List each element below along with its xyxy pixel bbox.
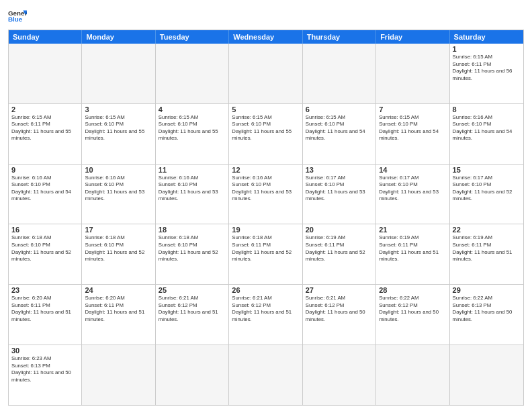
calendar-cell-4-1: 24Sunrise: 6:20 AM Sunset: 6:11 PM Dayli…	[82, 285, 155, 345]
calendar-cell-2-0: 9Sunrise: 6:16 AM Sunset: 6:10 PM Daylig…	[9, 165, 82, 224]
calendar-cell-5-1	[82, 345, 155, 405]
calendar-cell-3-0: 16Sunrise: 6:18 AM Sunset: 6:10 PM Dayli…	[9, 224, 82, 284]
calendar-cell-1-2: 4Sunrise: 6:15 AM Sunset: 6:10 PM Daylig…	[156, 104, 229, 164]
cell-info: Sunrise: 6:19 AM Sunset: 6:11 PM Dayligh…	[379, 234, 446, 263]
cell-info: Sunrise: 6:15 AM Sunset: 6:10 PM Dayligh…	[159, 114, 226, 142]
day-number: 5	[232, 105, 299, 113]
day-number: 21	[379, 226, 446, 234]
weekday-header-wednesday: Wednesday	[229, 30, 302, 44]
calendar-row-4: 23Sunrise: 6:20 AM Sunset: 6:11 PM Dayli…	[9, 284, 523, 345]
cell-info: Sunrise: 6:18 AM Sunset: 6:10 PM Dayligh…	[11, 234, 79, 263]
day-number: 16	[11, 226, 79, 234]
cell-info: Sunrise: 6:21 AM Sunset: 6:12 PM Dayligh…	[232, 295, 299, 323]
calendar-cell-5-0: 30Sunrise: 6:23 AM Sunset: 6:13 PM Dayli…	[9, 345, 82, 405]
cell-info: Sunrise: 6:16 AM Sunset: 6:10 PM Dayligh…	[453, 114, 521, 142]
cell-info: Sunrise: 6:17 AM Sunset: 6:10 PM Dayligh…	[306, 175, 373, 203]
day-number: 14	[379, 166, 446, 174]
header: General Blue	[8, 7, 524, 26]
calendar-cell-1-5: 7Sunrise: 6:15 AM Sunset: 6:10 PM Daylig…	[376, 104, 449, 164]
calendar-cell-0-0	[9, 44, 82, 103]
calendar-cell-3-5: 21Sunrise: 6:19 AM Sunset: 6:11 PM Dayli…	[376, 224, 449, 284]
calendar-cell-0-6: 1Sunrise: 6:15 AM Sunset: 6:11 PM Daylig…	[450, 44, 523, 103]
cell-info: Sunrise: 6:16 AM Sunset: 6:10 PM Dayligh…	[232, 175, 299, 203]
calendar-cell-0-4	[303, 44, 376, 103]
calendar-cell-0-2	[156, 44, 229, 103]
calendar-cell-4-3: 26Sunrise: 6:21 AM Sunset: 6:12 PM Dayli…	[229, 285, 302, 345]
day-number: 6	[306, 105, 373, 113]
cell-info: Sunrise: 6:19 AM Sunset: 6:11 PM Dayligh…	[453, 234, 521, 263]
cell-info: Sunrise: 6:22 AM Sunset: 6:12 PM Dayligh…	[379, 295, 446, 323]
calendar-cell-2-6: 15Sunrise: 6:17 AM Sunset: 6:10 PM Dayli…	[450, 165, 523, 224]
day-number: 27	[306, 286, 373, 294]
day-number: 25	[159, 286, 226, 294]
day-number: 23	[11, 286, 79, 294]
calendar-header: SundayMondayTuesdayWednesdayThursdayFrid…	[9, 30, 523, 44]
calendar-row-3: 16Sunrise: 6:18 AM Sunset: 6:10 PM Dayli…	[9, 224, 523, 284]
weekday-header-sunday: Sunday	[9, 30, 82, 44]
day-number: 7	[379, 105, 446, 113]
cell-info: Sunrise: 6:17 AM Sunset: 6:10 PM Dayligh…	[379, 175, 446, 203]
weekday-header-tuesday: Tuesday	[156, 30, 229, 44]
calendar-cell-0-3	[229, 44, 302, 103]
calendar-row-1: 2Sunrise: 6:15 AM Sunset: 6:11 PM Daylig…	[9, 103, 523, 164]
cell-info: Sunrise: 6:20 AM Sunset: 6:11 PM Dayligh…	[11, 295, 79, 323]
calendar-cell-1-4: 6Sunrise: 6:15 AM Sunset: 6:10 PM Daylig…	[303, 104, 376, 164]
weekday-header-saturday: Saturday	[450, 30, 523, 44]
svg-text:Blue: Blue	[8, 15, 23, 23]
cell-info: Sunrise: 6:18 AM Sunset: 6:10 PM Dayligh…	[159, 234, 226, 263]
cell-info: Sunrise: 6:17 AM Sunset: 6:10 PM Dayligh…	[453, 175, 521, 203]
day-number: 10	[85, 166, 152, 174]
day-number: 22	[453, 226, 521, 234]
cell-info: Sunrise: 6:15 AM Sunset: 6:10 PM Dayligh…	[306, 114, 373, 142]
calendar-cell-1-0: 2Sunrise: 6:15 AM Sunset: 6:11 PM Daylig…	[9, 104, 82, 164]
calendar-cell-3-2: 18Sunrise: 6:18 AM Sunset: 6:10 PM Dayli…	[156, 224, 229, 284]
calendar-cell-5-3	[229, 345, 302, 405]
calendar-cell-2-4: 13Sunrise: 6:17 AM Sunset: 6:10 PM Dayli…	[303, 165, 376, 224]
cell-info: Sunrise: 6:23 AM Sunset: 6:13 PM Dayligh…	[11, 355, 79, 383]
calendar-cell-5-2	[156, 345, 229, 405]
day-number: 18	[159, 226, 226, 234]
logo: General Blue	[8, 7, 27, 26]
day-number: 9	[11, 166, 79, 174]
calendar-cell-3-1: 17Sunrise: 6:18 AM Sunset: 6:10 PM Dayli…	[82, 224, 155, 284]
cell-info: Sunrise: 6:20 AM Sunset: 6:11 PM Dayligh…	[85, 295, 152, 323]
calendar-cell-5-6	[450, 345, 523, 405]
calendar-cell-0-1	[82, 44, 155, 103]
calendar-cell-3-4: 20Sunrise: 6:19 AM Sunset: 6:11 PM Dayli…	[303, 224, 376, 284]
day-number: 15	[453, 166, 521, 174]
calendar-cell-1-6: 8Sunrise: 6:16 AM Sunset: 6:10 PM Daylig…	[450, 104, 523, 164]
cell-info: Sunrise: 6:19 AM Sunset: 6:11 PM Dayligh…	[306, 234, 373, 263]
calendar-cell-5-4	[303, 345, 376, 405]
calendar-cell-5-5	[376, 345, 449, 405]
day-number: 29	[453, 286, 521, 294]
cell-info: Sunrise: 6:16 AM Sunset: 6:10 PM Dayligh…	[11, 175, 79, 203]
day-number: 17	[85, 226, 152, 234]
day-number: 11	[159, 166, 226, 174]
page: General Blue SundayMondayTuesdayWednesda…	[0, 0, 532, 411]
day-number: 30	[11, 347, 79, 355]
day-number: 12	[232, 166, 299, 174]
day-number: 13	[306, 166, 373, 174]
day-number: 26	[232, 286, 299, 294]
calendar-row-5: 30Sunrise: 6:23 AM Sunset: 6:13 PM Dayli…	[9, 345, 523, 405]
cell-info: Sunrise: 6:21 AM Sunset: 6:12 PM Dayligh…	[306, 295, 373, 323]
cell-info: Sunrise: 6:18 AM Sunset: 6:10 PM Dayligh…	[85, 234, 152, 263]
cell-info: Sunrise: 6:16 AM Sunset: 6:10 PM Dayligh…	[85, 175, 152, 203]
day-number: 20	[306, 226, 373, 234]
calendar-cell-3-6: 22Sunrise: 6:19 AM Sunset: 6:11 PM Dayli…	[450, 224, 523, 284]
cell-info: Sunrise: 6:15 AM Sunset: 6:10 PM Dayligh…	[232, 114, 299, 142]
weekday-header-monday: Monday	[82, 30, 155, 44]
calendar-body: 1Sunrise: 6:15 AM Sunset: 6:11 PM Daylig…	[9, 44, 523, 405]
day-number: 2	[11, 105, 79, 113]
logo-icon: General Blue	[8, 7, 27, 26]
day-number: 19	[232, 226, 299, 234]
cell-info: Sunrise: 6:22 AM Sunset: 6:13 PM Dayligh…	[453, 295, 521, 323]
day-number: 3	[85, 105, 152, 113]
calendar-cell-2-3: 12Sunrise: 6:16 AM Sunset: 6:10 PM Dayli…	[229, 165, 302, 224]
day-number: 1	[453, 45, 521, 53]
cell-info: Sunrise: 6:16 AM Sunset: 6:10 PM Dayligh…	[159, 175, 226, 203]
calendar: SundayMondayTuesdayWednesdayThursdayFrid…	[8, 30, 524, 406]
calendar-cell-0-5	[376, 44, 449, 103]
weekday-header-friday: Friday	[376, 30, 449, 44]
cell-info: Sunrise: 6:15 AM Sunset: 6:10 PM Dayligh…	[379, 114, 446, 142]
